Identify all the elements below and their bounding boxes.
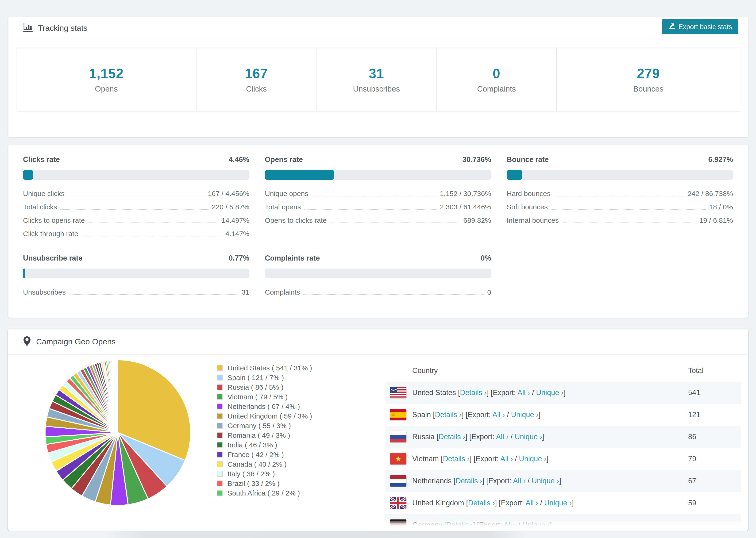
rate-row-value: 220 / 5.87% [212, 203, 249, 211]
export-prefix-label: Export: [476, 455, 500, 463]
stat-label: Clicks [246, 84, 267, 93]
export-icon [668, 23, 675, 31]
legend-label: Romania ( 49 / 3% ) [228, 431, 290, 439]
dotted-leader [330, 223, 460, 223]
legend-label: Germany ( 55 / 3% ) [228, 422, 291, 430]
stats-summary-row: 1,152Opens167Clicks31Unsubscribes0Compla… [16, 47, 740, 112]
legend-item: Germany ( 55 / 3% ) [217, 421, 312, 430]
rates-card: Clicks rate4.46%Unique clicks167 / 4.456… [8, 145, 748, 318]
rate-row-value: 4.147% [225, 230, 249, 238]
legend-swatch [217, 365, 223, 371]
export-unique-link[interactable]: Unique › [531, 477, 559, 485]
export-prefix-label: Export: [468, 410, 492, 419]
rate-block: Clicks rate4.46%Unique clicks167 / 4.456… [23, 155, 249, 241]
rate-row-value: 167 / 4.456% [208, 190, 249, 198]
dotted-leader [81, 236, 222, 237]
details-link[interactable]: Details › [468, 499, 495, 507]
geo-table-header-row: Country Total [385, 359, 741, 382]
rate-row-value: 1,152 / 30.736% [440, 190, 491, 198]
legend-label: France ( 42 / 2% ) [228, 451, 284, 459]
country-flag-icon [390, 497, 406, 509]
dotted-leader [562, 223, 696, 223]
legend-swatch [217, 384, 223, 390]
total-value: 67 [688, 477, 696, 485]
details-link[interactable]: Details › [443, 455, 469, 463]
legend-item: France ( 42 / 2% ) [217, 450, 312, 459]
legend-item: United Kingdom ( 59 / 3% ) [217, 411, 312, 421]
legend-label: Brazil ( 33 / 2% ) [228, 480, 280, 488]
country-flag-icon [390, 431, 406, 443]
rate-rows: Unsubscribes31 [23, 286, 249, 299]
rate-header: Opens rate30.736% [265, 155, 491, 164]
legend-item: Brazil ( 33 / 2% ) [217, 479, 312, 488]
country-cell: United States [Details ›] [Export: All ›… [412, 389, 566, 397]
export-all-link[interactable]: All › [525, 499, 538, 507]
rate-value: 0.77% [229, 254, 249, 262]
rate-row-value: 0 [487, 288, 491, 296]
rate-rows: Complaints0 [265, 286, 491, 299]
stat-cell: 167Clicks [196, 47, 316, 112]
export-all-link[interactable]: All › [500, 455, 513, 463]
tracking-stats-card: Tracking stats Export basic stats 1,152O… [8, 17, 748, 137]
legend-label: Vietnam ( 79 / 5% ) [228, 393, 288, 401]
rate-row-label: Clicks to opens rate [23, 216, 85, 224]
legend-label: Netherlands ( 67 / 4% ) [228, 403, 300, 410]
rate-row-label: Total clicks [23, 203, 57, 211]
details-link[interactable]: Details › [456, 477, 482, 485]
stat-cell: 1,152Opens [17, 47, 196, 112]
tracking-stats-header: Tracking stats Export basic stats [8, 17, 748, 39]
rate-row: Opens to clicks rate689.82% [265, 214, 491, 227]
stat-cell: 31Unsubscribes [316, 47, 436, 112]
rate-value: 30.736% [462, 155, 491, 164]
rate-title: Bounce rate [507, 155, 549, 164]
table-row: United States [Details ›] [Export: All ›… [385, 382, 741, 404]
details-link[interactable]: Details › [435, 410, 462, 419]
rate-block: Complaints rate0%Complaints0 [265, 254, 491, 299]
rate-value: 4.46% [229, 155, 249, 164]
table-row: Spain [Details ›] [Export: All › / Uniqu… [385, 404, 741, 426]
export-prefix-label: Export: [488, 477, 513, 485]
legend-item: Romania ( 49 / 3% ) [217, 430, 312, 440]
rate-rows: Unique clicks167 / 4.456%Total clicks220… [23, 187, 249, 241]
export-all-link[interactable]: All › [513, 477, 525, 485]
export-button-label: Export basic stats [678, 23, 732, 31]
export-unique-link[interactable]: Unique › [514, 433, 542, 441]
rate-row-label: Complaints [265, 288, 300, 296]
export-prefix-label: Export: [501, 499, 525, 507]
table-header-total: Total [688, 366, 703, 375]
legend-item: United States ( 541 / 31% ) [217, 363, 312, 373]
table-row: Netherlands [Details ›] [Export: All › /… [385, 470, 741, 492]
stat-value: 1,152 [89, 66, 124, 81]
details-link[interactable]: Details › [439, 433, 465, 441]
map-pin-icon [23, 336, 31, 348]
country-name: United States [412, 389, 458, 397]
dotted-leader [60, 209, 208, 210]
export-unique-link[interactable]: Unique › [544, 499, 572, 507]
progress-fill [23, 269, 26, 278]
details-link[interactable]: Details › [460, 389, 487, 397]
export-all-link[interactable]: All › [496, 433, 509, 441]
export-basic-stats-button[interactable]: Export basic stats [662, 19, 738, 34]
rate-row: Total opens2,303 / 61.446% [265, 200, 491, 214]
country-flag-icon [390, 475, 406, 487]
legend-swatch [217, 461, 223, 467]
country-flag-icon [390, 387, 406, 398]
rate-title: Clicks rate [23, 155, 60, 164]
export-unique-link[interactable]: Unique › [511, 410, 538, 419]
export-all-link[interactable]: All › [517, 389, 530, 397]
stat-label: Bounces [633, 84, 663, 93]
export-unique-link[interactable]: Unique › [519, 455, 546, 463]
rate-row-value: 2,303 / 61.446% [440, 203, 491, 211]
total-value: 86 [688, 433, 696, 441]
legend-label: Italy ( 36 / 2% ) [228, 470, 275, 478]
export-unique-link[interactable]: Unique › [536, 389, 564, 397]
geo-opens-pie-chart [43, 357, 193, 508]
rate-value: 6.927% [708, 155, 733, 164]
export-all-link[interactable]: All › [492, 410, 505, 419]
legend-swatch [217, 452, 223, 457]
geo-title: Campaign Geo Opens [36, 337, 116, 346]
table-row: Russia [Details ›] [Export: All › / Uniq… [385, 426, 741, 448]
stat-cell: 0Complaints [436, 47, 557, 112]
export-prefix-label: Export: [493, 389, 517, 397]
rate-row-label: Click through rate [23, 230, 78, 238]
